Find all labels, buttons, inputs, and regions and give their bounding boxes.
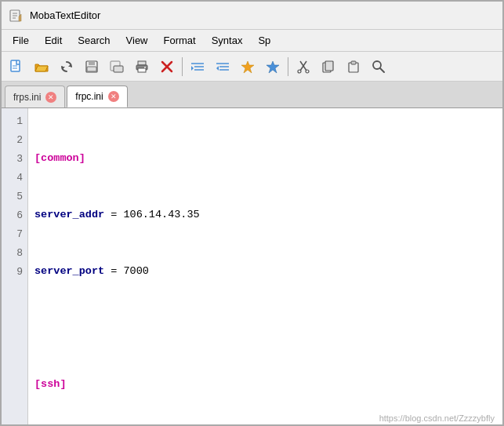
separator-2 bbox=[288, 57, 288, 76]
token-3-1: server_port bbox=[34, 262, 104, 281]
title-bar: MobaTextEditor bbox=[2, 2, 502, 30]
line-numbers: 1 2 3 4 5 6 7 8 9 bbox=[2, 108, 28, 426]
paste-button[interactable] bbox=[342, 55, 365, 78]
menu-bar: File Edit Search View Format Syntax Sp bbox=[2, 30, 502, 52]
line-num-8: 8 bbox=[2, 243, 27, 262]
reload-button[interactable] bbox=[55, 55, 78, 78]
svg-rect-11 bbox=[89, 61, 95, 65]
separator-1 bbox=[182, 57, 183, 76]
cut-button[interactable] bbox=[292, 55, 315, 78]
tab-frps-label: frps.ini bbox=[13, 92, 41, 103]
token-5-1: [ssh] bbox=[34, 375, 67, 394]
svg-rect-36 bbox=[325, 61, 333, 71]
line-num-4: 4 bbox=[2, 168, 27, 187]
bookmark2-button[interactable] bbox=[261, 55, 285, 78]
indent-button[interactable] bbox=[186, 55, 209, 78]
svg-marker-28 bbox=[216, 66, 219, 71]
copy-button[interactable] bbox=[317, 55, 340, 78]
svg-point-34 bbox=[306, 70, 309, 73]
bookmark1-button[interactable] bbox=[236, 55, 259, 78]
menu-view[interactable]: View bbox=[118, 32, 156, 49]
token-2-2: = bbox=[104, 206, 123, 224]
svg-line-40 bbox=[380, 68, 384, 72]
menu-search[interactable]: Search bbox=[70, 32, 118, 49]
code-line-4 bbox=[34, 319, 496, 337]
app-icon bbox=[8, 8, 24, 24]
token-3-3: 7000 bbox=[123, 262, 148, 281]
code-editor[interactable]: [common] server_addr = 106.14.43.35 serv… bbox=[28, 108, 502, 426]
tab-frps[interactable]: frps.ini ✕ bbox=[5, 86, 65, 107]
token-2-3: 106.14.43.35 bbox=[123, 206, 199, 224]
svg-rect-38 bbox=[351, 61, 356, 64]
svg-rect-15 bbox=[138, 61, 146, 65]
svg-rect-17 bbox=[138, 68, 146, 72]
line-num-1: 1 bbox=[2, 111, 27, 130]
new-button[interactable] bbox=[5, 55, 28, 78]
svg-rect-12 bbox=[87, 67, 96, 71]
token-1-1: [common] bbox=[34, 149, 85, 168]
open-button[interactable] bbox=[30, 55, 53, 78]
svg-rect-14 bbox=[114, 66, 123, 72]
save-button[interactable] bbox=[80, 55, 103, 78]
toolbar bbox=[2, 52, 502, 82]
svg-marker-24 bbox=[191, 66, 194, 71]
line-num-3: 3 bbox=[2, 149, 27, 168]
save-as-button[interactable] bbox=[105, 55, 129, 78]
find-button[interactable] bbox=[367, 55, 390, 78]
tabs-bar: frps.ini ✕ frpc.ini ✕ bbox=[2, 82, 502, 108]
menu-sp[interactable]: Sp bbox=[250, 32, 278, 49]
line-num-2: 2 bbox=[2, 130, 27, 149]
svg-marker-30 bbox=[267, 61, 279, 73]
code-line-2: server_addr = 106.14.43.35 bbox=[34, 206, 496, 224]
menu-edit[interactable]: Edit bbox=[37, 32, 70, 49]
menu-syntax[interactable]: Syntax bbox=[204, 32, 251, 49]
code-line-1: [common] bbox=[34, 149, 496, 168]
svg-marker-29 bbox=[241, 61, 254, 73]
tab-frpc[interactable]: frpc.ini ✕ bbox=[67, 86, 127, 107]
line-num-6: 6 bbox=[2, 206, 27, 224]
outdent-button[interactable] bbox=[211, 55, 234, 78]
line-num-7: 7 bbox=[2, 224, 27, 243]
editor-area: 1 2 3 4 5 6 7 8 9 [common] server_addr =… bbox=[2, 108, 502, 426]
svg-point-33 bbox=[298, 70, 301, 73]
tab-frps-close[interactable]: ✕ bbox=[45, 92, 56, 103]
code-line-5: [ssh] bbox=[34, 375, 496, 394]
tab-frpc-label: frpc.ini bbox=[75, 91, 103, 102]
svg-point-18 bbox=[144, 67, 146, 68]
line-num-5: 5 bbox=[2, 187, 27, 206]
token-3-2: = bbox=[104, 262, 123, 281]
token-2-1: server_addr bbox=[34, 206, 104, 224]
code-line-3: server_port = 7000 bbox=[34, 262, 496, 281]
print-button[interactable] bbox=[130, 55, 154, 78]
close-file-button[interactable] bbox=[155, 55, 179, 78]
menu-format[interactable]: Format bbox=[156, 32, 204, 49]
app-title: MobaTextEditor bbox=[30, 9, 100, 21]
tab-frpc-close[interactable]: ✕ bbox=[108, 91, 119, 102]
line-num-9: 9 bbox=[2, 262, 27, 281]
menu-file[interactable]: File bbox=[5, 32, 37, 49]
